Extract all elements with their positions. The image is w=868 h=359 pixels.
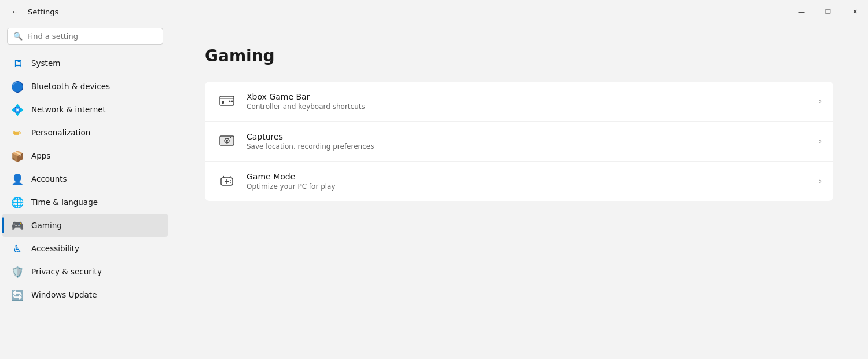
- minimize-button[interactable]: —: [788, 0, 815, 23]
- svg-point-8: [226, 140, 228, 142]
- captures-text: Captures Save location, recording prefer…: [247, 132, 810, 151]
- xbox-game-bar-title: Xbox Game Bar: [247, 92, 810, 101]
- xbox-game-bar-subtitle: Controller and keyboard shortcuts: [247, 102, 810, 111]
- sidebar-item-bluetooth[interactable]: 🔵 Bluetooth & devices: [2, 75, 168, 98]
- captures-chevron: ›: [819, 137, 822, 145]
- settings-item-captures[interactable]: Captures Save location, recording prefer…: [205, 122, 833, 162]
- apps-icon: 📦: [12, 150, 23, 162]
- sidebar-label-gaming: Gaming: [31, 221, 62, 230]
- svg-point-4: [231, 101, 233, 102]
- svg-point-3: [229, 101, 231, 102]
- xbox-game-bar-chevron: ›: [819, 97, 822, 105]
- app-container: 🔍 🖥 System 🔵 Bluetooth & devices 💠 Netwo…: [0, 23, 868, 359]
- back-button[interactable]: ←: [7, 3, 23, 20]
- sidebar-item-apps[interactable]: 📦 Apps: [2, 144, 168, 167]
- svg-rect-9: [230, 137, 231, 138]
- sidebar-label-personalization: Personalization: [31, 128, 90, 137]
- network-icon: 💠: [12, 104, 23, 115]
- game-mode-title: Game Mode: [247, 172, 810, 181]
- settings-card: Xbox Game Bar Controller and keyboard sh…: [205, 82, 833, 201]
- sidebar-label-privacy: Privacy & security: [31, 267, 102, 276]
- bluetooth-icon: 🔵: [12, 80, 23, 92]
- sidebar-item-time[interactable]: 🌐 Time & language: [2, 191, 168, 214]
- sidebar-item-accounts[interactable]: 👤 Accounts: [2, 167, 168, 191]
- window-controls: — ❐ ✕: [788, 0, 868, 23]
- privacy-icon: 🛡️: [12, 266, 23, 277]
- update-icon: 🔄: [12, 289, 23, 301]
- sidebar-item-personalization[interactable]: ✏️ Personalization: [2, 121, 168, 144]
- svg-line-15: [223, 176, 224, 178]
- sidebar-item-network[interactable]: 💠 Network & internet: [2, 98, 168, 121]
- settings-item-xbox-game-bar[interactable]: Xbox Game Bar Controller and keyboard sh…: [205, 82, 833, 122]
- settings-item-game-mode[interactable]: Game Mode Optimize your PC for play ›: [205, 162, 833, 201]
- svg-rect-2: [222, 101, 224, 104]
- search-icon: 🔍: [13, 32, 23, 41]
- system-icon: 🖥: [12, 57, 23, 69]
- sidebar-label-apps: Apps: [31, 151, 50, 160]
- search-box: 🔍: [7, 28, 163, 45]
- svg-line-16: [230, 176, 230, 178]
- time-icon: 🌐: [12, 196, 23, 208]
- sidebar-item-gaming[interactable]: 🎮 Gaming: [2, 214, 168, 237]
- main-content: Gaming Xbox Game Bar Controller and keyb…: [170, 23, 868, 359]
- game-mode-icon: [216, 171, 237, 192]
- sidebar-label-update: Windows Update: [31, 290, 97, 299]
- sidebar-label-time: Time & language: [31, 197, 98, 207]
- game-mode-chevron: ›: [819, 177, 822, 185]
- captures-title: Captures: [247, 132, 810, 141]
- sidebar: 🔍 🖥 System 🔵 Bluetooth & devices 💠 Netwo…: [0, 23, 170, 359]
- captures-icon: [216, 131, 237, 152]
- close-button[interactable]: ✕: [841, 0, 868, 23]
- xbox-game-bar-icon: [216, 91, 237, 112]
- app-title: Settings: [28, 8, 58, 16]
- page-title: Gaming: [205, 46, 833, 65]
- sidebar-label-bluetooth: Bluetooth & devices: [31, 82, 110, 91]
- svg-point-14: [230, 182, 231, 183]
- gaming-icon: 🎮: [12, 219, 23, 231]
- accessibility-icon: ♿: [12, 243, 23, 254]
- accounts-icon: 👤: [12, 173, 23, 185]
- sidebar-item-accessibility[interactable]: ♿ Accessibility: [2, 237, 168, 260]
- sidebar-label-system: System: [31, 58, 60, 68]
- svg-point-13: [230, 180, 231, 181]
- xbox-game-bar-text: Xbox Game Bar Controller and keyboard sh…: [247, 92, 810, 111]
- personalization-icon: ✏️: [12, 127, 23, 138]
- sidebar-label-network: Network & internet: [31, 105, 106, 114]
- search-input[interactable]: [27, 32, 157, 41]
- title-bar: ← Settings — ❐ ✕: [0, 0, 868, 23]
- search-container: 🔍: [7, 28, 163, 45]
- sidebar-item-system[interactable]: 🖥 System: [2, 52, 168, 75]
- maximize-button[interactable]: ❐: [815, 0, 841, 23]
- captures-subtitle: Save location, recording preferences: [247, 142, 810, 151]
- sidebar-label-accounts: Accounts: [31, 174, 67, 184]
- nav-list: 🖥 System 🔵 Bluetooth & devices 💠 Network…: [0, 52, 170, 306]
- sidebar-item-update[interactable]: 🔄 Windows Update: [2, 283, 168, 306]
- sidebar-label-accessibility: Accessibility: [31, 244, 79, 253]
- sidebar-item-privacy[interactable]: 🛡️ Privacy & security: [2, 260, 168, 283]
- game-mode-subtitle: Optimize your PC for play: [247, 182, 810, 191]
- game-mode-text: Game Mode Optimize your PC for play: [247, 172, 810, 191]
